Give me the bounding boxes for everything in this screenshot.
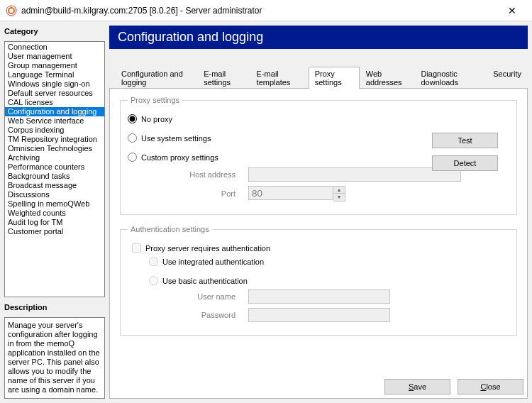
sidebar-item[interactable]: Web Service interface (5, 116, 104, 126)
sidebar-item[interactable]: Background tasks (5, 172, 104, 181)
sidebar-item[interactable]: Corpus indexing (5, 126, 104, 135)
integrated-auth-radio[interactable] (149, 257, 158, 266)
sidebar-item[interactable]: Group management (5, 61, 104, 70)
window-title: admin@build-m.kilgray.com:2705 [8.0.26] … (21, 6, 262, 16)
no-proxy-radio[interactable] (128, 114, 137, 123)
tab-pane-proxy: Proxy settings Test Detect No proxy Use … (109, 89, 528, 399)
port-spinner[interactable]: ▲ ▼ (248, 186, 345, 202)
sidebar-item[interactable]: Spelling in memoQWeb (5, 199, 104, 209)
basic-auth-label: Use basic authentication (162, 277, 248, 285)
sidebar-item[interactable]: Broadcast message (5, 181, 104, 190)
app-icon (6, 5, 17, 16)
sidebar-item[interactable]: Windows single sign-on (5, 79, 104, 89)
requires-auth-checkbox[interactable] (132, 243, 141, 253)
category-heading: Category (4, 26, 105, 37)
tab[interactable]: Security (487, 67, 528, 89)
sidebar-item[interactable]: CAL licenses (5, 98, 104, 107)
detect-button[interactable]: Detect (432, 155, 498, 171)
port-spin-down[interactable]: ▼ (333, 194, 345, 201)
description-heading: Description (4, 302, 105, 313)
sidebar-item[interactable]: Weighted counts (5, 209, 104, 218)
description-text: Manage your server's configuration after… (4, 317, 105, 399)
authentication-legend: Authentication settings (128, 225, 212, 233)
window-titlebar: admin@build-m.kilgray.com:2705 [8.0.26] … (0, 0, 532, 21)
password-label: Password (142, 311, 248, 319)
tabs-row: Configuration and loggingE-mail settings… (109, 66, 528, 89)
sidebar-item[interactable]: Archiving (5, 153, 104, 162)
authentication-settings-group: Authentication settings Proxy server req… (120, 225, 517, 336)
host-address-label: Host address (142, 170, 248, 179)
sidebar-item[interactable]: Discussions (5, 190, 104, 199)
category-list[interactable]: ConnectionUser managementGroup managemen… (4, 41, 105, 297)
sidebar-item[interactable]: Performance counters (5, 162, 104, 172)
tab[interactable]: Proxy settings (309, 67, 360, 89)
use-system-label: Use system settings (141, 134, 211, 143)
close-button[interactable]: Close (458, 379, 523, 394)
sidebar-item[interactable]: User management (5, 52, 104, 61)
sidebar-item[interactable]: Audit log for TM (5, 218, 104, 227)
sidebar-item[interactable]: Connection (5, 43, 104, 52)
sidebar-item[interactable]: Configuration and logging (5, 107, 104, 116)
password-input[interactable] (248, 308, 390, 322)
test-button[interactable]: Test (432, 133, 498, 148)
host-address-input[interactable] (248, 167, 461, 182)
page-title: Configuration and logging (109, 26, 528, 49)
username-input[interactable] (248, 289, 390, 304)
sidebar-item[interactable]: Default server resources (5, 89, 104, 98)
requires-auth-label: Proxy server requires authentication (145, 244, 270, 253)
integrated-auth-label: Use integrated authentication (162, 258, 264, 266)
no-proxy-label: No proxy (141, 115, 172, 123)
port-spin-buttons[interactable]: ▲ ▼ (333, 186, 345, 202)
use-system-radio[interactable] (128, 133, 137, 143)
custom-proxy-label: Custom proxy settings (141, 153, 218, 162)
tab[interactable]: Configuration and logging (115, 67, 197, 89)
sidebar-item[interactable]: TM Repository integration (5, 135, 104, 144)
custom-proxy-radio[interactable] (128, 153, 137, 162)
username-label: User name (142, 292, 248, 301)
tab[interactable]: E-mail settings (197, 67, 250, 89)
port-label: Port (142, 189, 248, 198)
proxy-settings-group: Proxy settings Test Detect No proxy Use … (120, 96, 517, 215)
port-input[interactable] (248, 186, 333, 200)
sidebar-item[interactable]: Omniscien Technologies (5, 144, 104, 153)
tab[interactable]: Diagnostic downloads (414, 67, 487, 89)
window-close-button[interactable]: ✕ (498, 0, 526, 21)
basic-auth-radio[interactable] (149, 276, 158, 285)
sidebar-item[interactable]: Language Terminal (5, 70, 104, 79)
tab[interactable]: Web addresses (360, 67, 415, 89)
sidebar-item[interactable]: Customer portal (5, 227, 104, 236)
proxy-settings-legend: Proxy settings (128, 96, 182, 104)
port-spin-up[interactable]: ▲ (333, 187, 345, 194)
tab[interactable]: E-mail templates (250, 67, 309, 89)
save-button[interactable]: Save (384, 379, 450, 394)
